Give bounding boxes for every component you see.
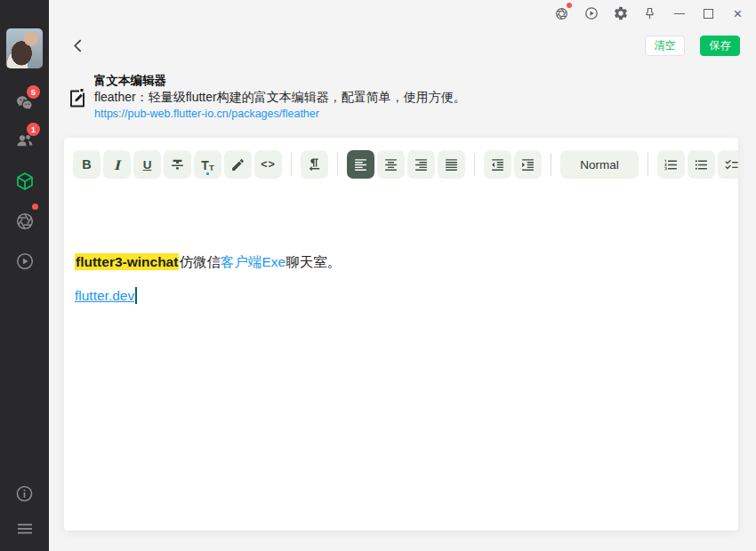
color-swatch-bar [206,172,208,176]
titlebar: × [49,0,756,27]
plain-text: 仿微信 [179,254,221,269]
titlebar-shutter-button[interactable] [547,1,576,26]
back-button[interactable] [68,36,87,55]
sidebar-item-chats[interactable]: 5 [0,89,49,119]
flutter-dev-link[interactable]: flutter.dev [75,288,134,303]
hamburger-menu-icon [14,518,36,539]
align-left-icon [353,157,368,172]
contacts-badge: 1 [27,123,40,136]
toolbar-separator [291,153,292,176]
align-justify-button[interactable] [438,150,465,179]
package-link[interactable]: https://pub-web.flutter-io.cn/packages/f… [94,108,319,120]
inline-code-button[interactable]: <> [254,150,282,179]
align-justify-icon [444,157,459,172]
sidebar: 5 1 [0,0,49,551]
titlebar-settings-button[interactable] [606,1,635,26]
sidebar-item-media[interactable] [0,206,49,236]
strikethrough-icon [170,157,185,172]
outdent-button[interactable] [484,150,511,179]
toolbar-separator [337,153,338,176]
plain-text: 聊天室。 [286,254,341,269]
checklist-button[interactable] [718,150,738,179]
edit-note-icon [67,86,88,114]
info-icon [14,483,35,504]
page-title: 富文本编辑器 [94,73,166,89]
indent-button[interactable] [514,150,542,179]
align-center-icon [383,157,398,172]
clear-button[interactable]: 清空 [645,36,685,56]
editor-text-area[interactable]: flutter3-winchat仿微信客户端Exe聊天室。 flutter.de… [64,191,738,531]
rich-text-editor-panel: B I U TT <> [64,138,738,531]
toolbar-separator [647,153,648,176]
editor-cursor [135,287,137,304]
highlighted-text: flutter3-winchat [75,253,179,270]
pencil-icon [230,157,245,172]
cube-icon [14,171,36,192]
align-left-button[interactable] [347,150,374,179]
shutter-icon [14,211,36,232]
checklist-icon [724,157,738,172]
save-button[interactable]: 保存 [700,36,740,56]
sidebar-item-menu[interactable] [0,514,49,544]
underline-button[interactable]: U [133,150,161,179]
play-circle-icon [583,5,599,21]
highlight-pencil-button[interactable] [224,150,252,179]
toolbar-separator [474,153,475,176]
avatar[interactable] [6,28,43,68]
page-description: fleather：轻量级flutter构建的富文本编辑器，配置简单，使用方便。 [94,90,466,106]
notification-dot [567,3,572,8]
inline-link-text[interactable]: 客户端Exe [221,254,286,269]
bulleted-list-button[interactable] [688,150,715,179]
align-right-button[interactable] [407,150,435,179]
text-direction-button[interactable] [301,150,328,179]
align-right-icon [414,157,429,172]
outdent-icon [490,157,505,172]
close-button[interactable]: × [723,1,752,26]
toolbar-separator [551,153,551,176]
editor-line-2: flutter.dev [75,287,137,304]
titlebar-pin-button[interactable] [635,1,664,26]
editor-toolbar: B I U TT <> [73,150,738,179]
bulleted-list-icon [694,157,709,172]
chevron-left-icon [71,38,84,53]
pin-icon [642,6,657,21]
notification-dot [32,204,38,210]
sidebar-item-player[interactable] [0,246,49,276]
indent-icon [520,157,535,172]
close-icon: × [734,6,743,21]
numbered-list-icon [664,157,679,172]
play-circle-icon [14,251,36,272]
titlebar-play-button[interactable] [576,1,606,26]
text-color-icon: TT [201,150,213,179]
minimize-button[interactable] [664,1,694,26]
text-color-button[interactable]: TT [194,150,221,179]
strikethrough-button[interactable] [164,150,191,179]
maximize-icon [704,9,713,19]
bold-button[interactable]: B [73,150,101,179]
editor-line-1: flutter3-winchat仿微信客户端Exe聊天室。 [75,253,341,272]
app-window: 5 1 [0,0,756,551]
align-center-button[interactable] [377,150,405,179]
minimize-icon [674,13,685,14]
sidebar-item-about[interactable] [0,478,49,508]
gear-icon [613,5,629,21]
italic-button[interactable]: I [103,150,131,179]
chat-badge: 5 [27,85,40,99]
sidebar-item-contacts[interactable]: 1 [0,126,49,156]
sidebar-item-components[interactable] [0,166,49,196]
shutter-icon [554,6,569,21]
text-direction-rtl-icon [307,157,322,172]
maximize-button[interactable] [694,1,723,26]
heading-style-dropdown[interactable]: Normal [560,150,639,179]
numbered-list-button[interactable] [657,150,685,179]
